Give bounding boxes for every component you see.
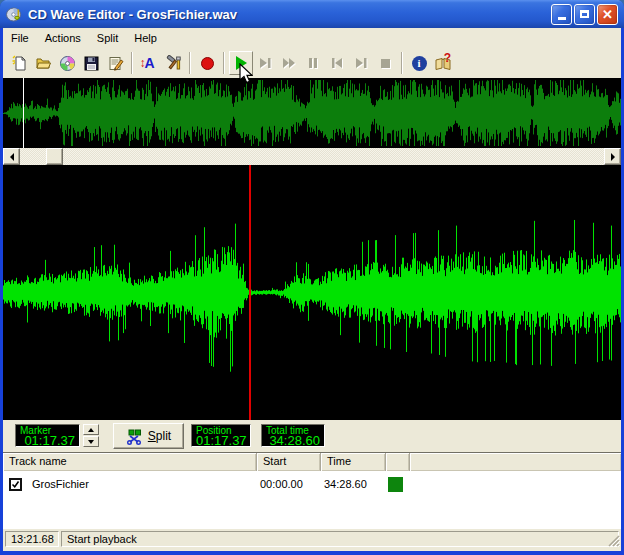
play-to-next-button[interactable] <box>253 51 277 75</box>
toolbar: ↕ A <box>3 48 621 78</box>
next-track-icon <box>353 55 370 72</box>
title-bar[interactable]: CD Wave Editor - GrosFichier.wav ✕ <box>0 0 624 28</box>
file-properties-button[interactable] <box>103 51 127 75</box>
new-file-button[interactable] <box>7 51 31 75</box>
marker-value: 01:17.37 <box>20 435 75 447</box>
pause-button[interactable] <box>301 51 325 75</box>
main-waveform[interactable] <box>3 165 621 420</box>
overview-waveform[interactable] <box>3 78 621 148</box>
menu-actions[interactable]: Actions <box>37 30 89 46</box>
open-folder-icon <box>35 55 52 72</box>
scroll-track[interactable] <box>20 148 604 165</box>
fast-forward-button[interactable] <box>277 51 301 75</box>
marker-spin-down-button[interactable] <box>83 436 99 447</box>
minimize-button[interactable] <box>551 4 572 25</box>
menu-help[interactable]: Help <box>126 30 165 46</box>
scroll-thumb[interactable] <box>46 148 63 165</box>
cd-icon <box>59 55 76 72</box>
status-message: Start playback <box>61 531 619 547</box>
options-button[interactable] <box>161 51 185 75</box>
track-checkbox[interactable] <box>9 478 22 491</box>
fast-forward-icon <box>281 55 298 72</box>
play-to-next-icon <box>257 55 274 72</box>
pause-icon <box>305 55 322 72</box>
floppy-disk-icon <box>83 55 100 72</box>
track-color-swatch[interactable] <box>388 477 403 492</box>
track-time: 34:28.60 <box>318 478 380 490</box>
check-icon <box>11 480 20 489</box>
window-title: CD Wave Editor - GrosFichier.wav <box>28 7 549 22</box>
menu-bar: File Actions Split Help <box>3 28 621 48</box>
scroll-left-icon <box>10 153 14 161</box>
stop-button[interactable] <box>373 51 397 75</box>
spin-up-icon <box>88 428 94 432</box>
save-button[interactable] <box>79 51 103 75</box>
column-track-name[interactable]: Track name <box>3 453 257 471</box>
playback-position-cursor <box>249 165 251 420</box>
toolbar-separator <box>223 52 225 74</box>
resize-grip[interactable] <box>607 534 620 547</box>
column-filler <box>410 453 621 471</box>
overview-waveform-pane[interactable] <box>3 78 621 148</box>
toolbar-separator <box>131 52 133 74</box>
position-display: Position 01:17.37 <box>191 424 251 447</box>
column-color[interactable] <box>386 453 410 471</box>
split-button-label: Split <box>148 429 171 443</box>
record-icon <box>201 57 214 70</box>
next-track-button[interactable] <box>349 51 373 75</box>
menu-split[interactable]: Split <box>89 30 126 46</box>
menu-file[interactable]: File <box>3 30 37 46</box>
maximize-button[interactable] <box>574 4 595 25</box>
main-waveform-pane[interactable] <box>3 165 621 420</box>
split-button[interactable]: Split <box>113 423 184 449</box>
track-start: 00:00.00 <box>254 478 318 490</box>
previous-track-icon <box>329 55 346 72</box>
minimize-icon <box>558 17 566 20</box>
tools-icon <box>165 55 182 72</box>
column-time[interactable]: Time <box>321 453 386 471</box>
play-button[interactable] <box>229 51 253 75</box>
close-icon: ✕ <box>602 8 613 21</box>
properties-icon <box>107 55 124 72</box>
play-icon <box>236 56 247 70</box>
toolbar-separator <box>401 52 403 74</box>
open-file-button[interactable] <box>31 51 55 75</box>
open-cd-button[interactable] <box>55 51 79 75</box>
split-scissors-icon <box>126 428 143 445</box>
info-icon: i <box>412 56 427 71</box>
app-window: CD Wave Editor - GrosFichier.wav ✕ File … <box>0 0 624 555</box>
table-row[interactable]: GrosFichier 00:00.00 34:28.60 <box>3 471 621 497</box>
record-button[interactable] <box>195 51 219 75</box>
stop-icon <box>377 55 394 72</box>
status-bar: 13:21.68 Start playback <box>3 528 621 548</box>
close-button[interactable]: ✕ <box>597 4 618 25</box>
spin-down-icon <box>88 440 94 444</box>
horizontal-scrollbar[interactable] <box>3 148 621 165</box>
help-book-icon: ? <box>434 55 452 71</box>
scroll-right-icon <box>611 153 615 161</box>
marker-spin-up-button[interactable] <box>83 424 99 435</box>
scroll-left-button[interactable] <box>3 148 20 165</box>
status-time: 13:21.68 <box>5 531 59 547</box>
new-file-icon <box>11 55 28 72</box>
maximize-icon <box>580 10 589 18</box>
control-bar: Marker 01:17.37 Split Position 01:17.37 … <box>3 420 621 452</box>
previous-track-button[interactable] <box>325 51 349 75</box>
total-time-value: 34:28.60 <box>266 435 320 447</box>
goto-marker-button[interactable]: ↕ A <box>137 51 161 75</box>
marker-spinner <box>83 424 99 447</box>
position-value: 01:17.37 <box>196 435 246 447</box>
marker-a-icon: ↕ A <box>141 55 158 72</box>
track-list-header: Track name Start Time <box>3 453 621 471</box>
overview-position-cursor <box>23 78 24 148</box>
track-list: Track name Start Time GrosFichier 00:00.… <box>3 452 621 528</box>
help-question-glyph: ? <box>444 51 451 65</box>
file-info-button[interactable]: i <box>407 51 431 75</box>
track-name: GrosFichier <box>26 478 254 490</box>
app-icon <box>6 6 23 23</box>
help-button[interactable]: ? <box>431 51 455 75</box>
marker-display: Marker 01:17.37 <box>15 424 80 447</box>
toolbar-separator <box>189 52 191 74</box>
column-start[interactable]: Start <box>257 453 321 471</box>
scroll-right-button[interactable] <box>604 148 621 165</box>
